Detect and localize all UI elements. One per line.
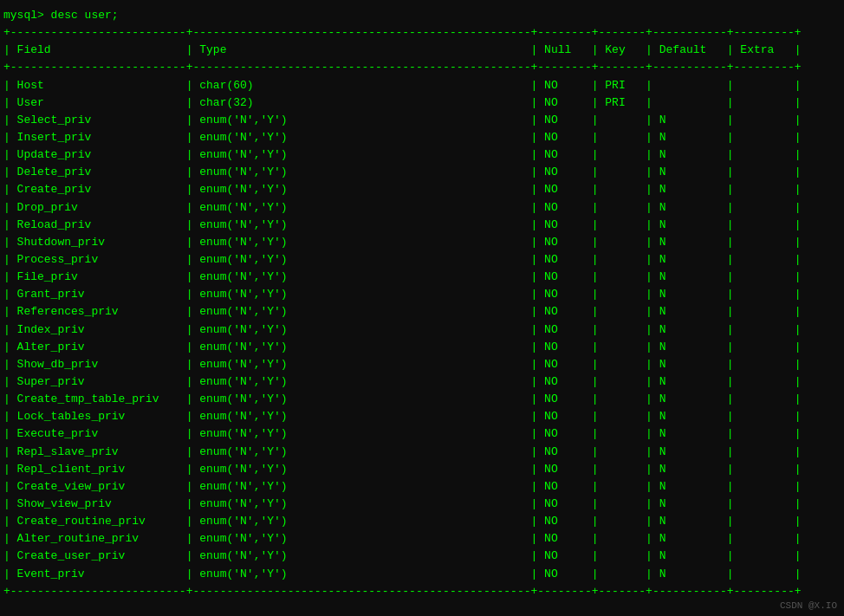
terminal-output: mysql> desc user; +---------------------… (3, 7, 841, 600)
watermark: CSDN @X.IO (780, 600, 837, 611)
terminal-window: mysql> desc user; +---------------------… (0, 0, 844, 616)
